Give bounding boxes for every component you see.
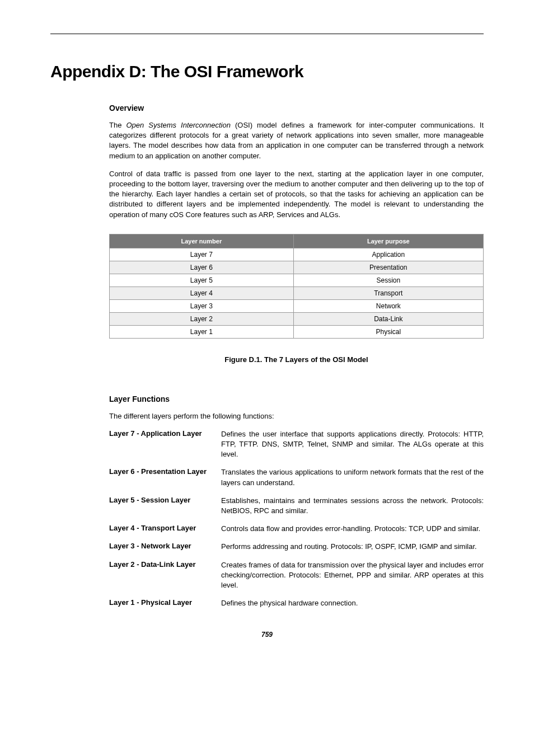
table-cell: Layer 2 bbox=[110, 312, 294, 325]
layer-description: Controls data flow and provides error-ha… bbox=[221, 524, 484, 534]
layer-description: Defines the user interface that supports… bbox=[221, 429, 484, 460]
layer-label: Layer 2 - Data-Link Layer bbox=[109, 560, 221, 591]
layer-description: Performs addressing and routing. Protoco… bbox=[221, 542, 484, 552]
page-number: 759 bbox=[50, 631, 484, 638]
figure-caption: Figure D.1. The 7 Layers of the OSI Mode… bbox=[109, 355, 484, 364]
table-row: Layer 5 Session bbox=[110, 274, 484, 287]
table-row: Layer 2 Data-Link bbox=[110, 312, 484, 325]
overview-paragraph-2: Control of data traffic is passed from o… bbox=[109, 169, 484, 220]
table-row: Layer 7 Application bbox=[110, 248, 484, 261]
table-cell: Presentation bbox=[293, 261, 483, 274]
layer-description: Translates the various applications to u… bbox=[221, 467, 484, 487]
layer-label: Layer 4 - Transport Layer bbox=[109, 524, 221, 534]
table-cell: Data-Link bbox=[293, 312, 483, 325]
table-cell: Layer 5 bbox=[110, 274, 294, 287]
table-row: Layer 1 Physical bbox=[110, 325, 484, 338]
para1-prefix: The bbox=[109, 121, 126, 129]
layer-label: Layer 5 - Session Layer bbox=[109, 496, 221, 516]
table-row: Layer 4 Transport bbox=[110, 287, 484, 299]
layer-label: Layer 1 - Physical Layer bbox=[109, 598, 221, 608]
layer-functions-intro: The different layers perform the followi… bbox=[109, 411, 484, 421]
layer-label: Layer 3 - Network Layer bbox=[109, 542, 221, 552]
layer-item: Layer 3 - Network Layer Performs address… bbox=[109, 542, 484, 552]
layer-item: Layer 1 - Physical Layer Defines the phy… bbox=[109, 598, 484, 608]
table-header-number: Layer number bbox=[110, 234, 294, 248]
table-cell: Layer 1 bbox=[110, 325, 294, 338]
table-cell: Physical bbox=[293, 325, 483, 338]
table-cell: Layer 6 bbox=[110, 261, 294, 274]
table-cell: Layer 7 bbox=[110, 248, 294, 261]
table-row: Layer 6 Presentation bbox=[110, 261, 484, 274]
layer-item: Layer 4 - Transport Layer Controls data … bbox=[109, 524, 484, 534]
layer-item: Layer 5 - Session Layer Establishes, mai… bbox=[109, 496, 484, 516]
layer-description: Establishes, maintains and terminates se… bbox=[221, 496, 484, 516]
overview-heading: Overview bbox=[109, 104, 484, 112]
osi-layers-table: Layer number Layer purpose Layer 7 Appli… bbox=[109, 234, 484, 339]
layer-item: Layer 2 - Data-Link Layer Creates frames… bbox=[109, 560, 484, 591]
page-title: Appendix D: The OSI Framework bbox=[50, 62, 484, 81]
table-cell: Layer 3 bbox=[110, 299, 294, 312]
table-cell: Application bbox=[293, 248, 483, 261]
layer-item: Layer 6 - Presentation Layer Translates … bbox=[109, 467, 484, 487]
top-rule bbox=[50, 34, 484, 34]
layer-label: Layer 6 - Presentation Layer bbox=[109, 467, 221, 487]
table-row: Layer 3 Network bbox=[110, 299, 484, 312]
table-header-purpose: Layer purpose bbox=[293, 234, 483, 248]
layer-list: Layer 7 - Application Layer Defines the … bbox=[109, 429, 484, 608]
layer-description: Defines the physical hardware connection… bbox=[221, 598, 484, 608]
layer-item: Layer 7 - Application Layer Defines the … bbox=[109, 429, 484, 460]
table-cell: Layer 4 bbox=[110, 287, 294, 299]
para1-italic: Open Systems Interconnection bbox=[126, 121, 231, 129]
layer-description: Creates frames of data for transmission … bbox=[221, 560, 484, 591]
layer-functions-heading: Layer Functions bbox=[109, 395, 484, 403]
layer-label: Layer 7 - Application Layer bbox=[109, 429, 221, 460]
content-area: Overview The Open Systems Interconnectio… bbox=[50, 104, 484, 608]
table-cell: Transport bbox=[293, 287, 483, 299]
overview-paragraph-1: The Open Systems Interconnection (OSI) m… bbox=[109, 120, 484, 161]
table-header-row: Layer number Layer purpose bbox=[110, 234, 484, 248]
table-cell: Network bbox=[293, 299, 483, 312]
table-cell: Session bbox=[293, 274, 483, 287]
